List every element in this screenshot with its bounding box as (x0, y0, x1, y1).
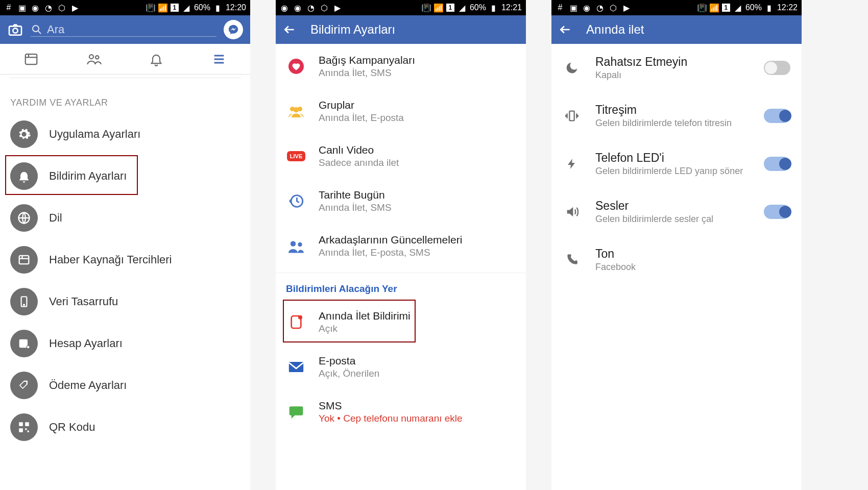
vibrate-toggle[interactable] (764, 109, 790, 123)
svg-point-21 (294, 107, 299, 113)
payment-settings-item[interactable]: Ödeme Ayarları (0, 364, 250, 406)
globe-icon (10, 204, 38, 232)
mail-icon (286, 357, 306, 377)
tag-icon (10, 372, 38, 399)
phone-handset-icon (563, 253, 581, 266)
camera-icon[interactable] (7, 21, 23, 38)
svg-point-5 (95, 56, 99, 59)
dnd-toggle[interactable] (764, 61, 790, 75)
language-item[interactable]: Dil (0, 197, 250, 239)
search-input[interactable]: Ara (31, 23, 216, 37)
menu-label: Uygulama Ayarları (49, 128, 140, 141)
vibrate-icon: 📳 (697, 3, 707, 12)
menu-label: Dil (49, 211, 62, 225)
vibrate-icon: 📳 (146, 3, 155, 12)
sim-indicator: 1 (446, 4, 454, 12)
svg-point-4 (89, 55, 93, 59)
tone-item[interactable]: Ton Facebook (551, 236, 802, 284)
set-title: Bağış Kampanyaları (319, 54, 415, 66)
svg-rect-3 (26, 54, 37, 64)
highlight-box (283, 300, 416, 342)
account-settings-item[interactable]: Hesap Ayarları (0, 323, 250, 364)
menu-label: Hesap Ayarları (49, 337, 123, 350)
set-title: Arkadaşlarının Güncellemeleri (319, 234, 462, 246)
led-toggle[interactable] (764, 157, 790, 171)
friends-updates-item[interactable]: Arkadaşlarının Güncellemeleri Anında İle… (276, 224, 526, 268)
battery-icon: ▮ (765, 3, 774, 12)
on-this-day-item[interactable]: Tarihte Bugün Anında İlet, SMS (276, 179, 526, 224)
vibrate-icon: 📳 (422, 3, 431, 12)
pie-icon: ◔ (44, 3, 53, 12)
battery-text: 60% (470, 3, 486, 12)
battery-icon: ▮ (489, 3, 498, 12)
gear-icon (10, 120, 38, 148)
friends-icon (286, 236, 306, 256)
groups-item[interactable]: Gruplar Anında İlet, E-posta (276, 89, 526, 134)
signal-icon: ◢ (457, 3, 467, 12)
email-item[interactable]: E-posta Açık, Önerilen (276, 345, 526, 389)
search-icon (31, 23, 43, 36)
tab-friends[interactable] (63, 52, 126, 67)
svg-rect-16 (25, 428, 27, 430)
settings-menu: Uygulama Ayarları Bildirim Ayarları Dil (0, 113, 250, 448)
back-button[interactable] (559, 23, 572, 36)
data-saver-item[interactable]: Veri Tasarrufu (0, 281, 250, 323)
menu-label: Haber Kaynağı Tercihleri (49, 253, 172, 266)
svg-rect-0 (9, 26, 21, 35)
phone-led-item[interactable]: Telefon LED'i Gelen bildirimlerde LED ya… (551, 140, 802, 188)
vibrate-item[interactable]: Titreşim Gelen bildirimlerde telefon tit… (551, 92, 802, 140)
set-title: Tarihte Bugün (319, 189, 392, 201)
sim-indicator: 1 (722, 4, 730, 12)
wifi-icon: 📶 (710, 3, 719, 12)
group-icon (286, 101, 306, 121)
set-sub: Anında İlet, SMS (319, 202, 392, 213)
push-sub: Gelen bildirimlerde sesler çal (595, 214, 764, 225)
set-sub: Sadece anında ilet (319, 157, 399, 168)
sounds-item[interactable]: Sesler Gelen bildirimlerde sesler çal (551, 188, 802, 236)
tab-feed[interactable] (0, 52, 63, 67)
qr-code-item[interactable]: QR Kodu (0, 406, 250, 448)
sync-icon: ◉ (31, 3, 40, 12)
notification-categories: Bağış Kampanyaları Anında İlet, SMS Grup… (276, 44, 526, 268)
play-icon: ▶ (333, 3, 342, 12)
vibrate-icon (563, 109, 581, 123)
wifi-icon: 📶 (434, 3, 443, 12)
header-title: Anında ilet (586, 22, 644, 37)
image-icon: ▣ (17, 3, 27, 12)
set-title: E-posta (319, 355, 379, 367)
set-sub: Anında İlet, E-posta, SMS (319, 247, 462, 258)
push-title: Rahatsız Etmeyin (595, 55, 764, 69)
status-bar: # ▣ ◉ ◔ ⬡ ▶ 📳 📶 1 ◢ 60% ▮ 12:22 (551, 0, 802, 15)
push-title: Ton (595, 247, 790, 261)
qr-icon (10, 413, 38, 441)
set-title: Gruplar (319, 99, 404, 111)
svg-rect-14 (25, 422, 29, 426)
tab-menu[interactable] (188, 52, 251, 67)
newsfeed-preferences-item[interactable]: Haber Kaynağı Tercihleri (0, 239, 250, 281)
tab-notifications[interactable] (125, 52, 188, 67)
live-video-item[interactable]: LIVE Canlı Video Sadece anında ilet (276, 134, 526, 179)
sms-item[interactable]: SMS Yok • Cep telefonu numaranı ekle (276, 389, 526, 434)
svg-rect-17 (28, 431, 29, 432)
messenger-button[interactable] (224, 20, 243, 39)
screen-2: ◉ ◉ ◔ ⬡ ▶ 📳 📶 1 ◢ 60% ▮ 12:21 Bildirim A… (276, 0, 526, 490)
notification-channels: Anında İlet Bildirimi Açık E-posta Açık,… (276, 300, 526, 434)
fb-toolbar: Ara (0, 15, 250, 44)
fb-toolbar: Anında ilet (551, 15, 802, 44)
wifi-icon: 📶 (158, 3, 167, 12)
sync-icon: ◉ (280, 3, 289, 12)
set-title: Canlı Video (319, 144, 399, 156)
signal-icon: ◢ (733, 3, 742, 12)
svg-rect-10 (19, 339, 28, 348)
do-not-disturb-item[interactable]: Rahatsız Etmeyin Kapalı (551, 44, 802, 92)
sounds-toggle[interactable] (764, 205, 790, 219)
speaker-icon (563, 205, 581, 219)
battery-icon: ▮ (213, 3, 223, 12)
header-title: Bildirim Ayarları (310, 22, 395, 37)
donation-campaigns-item[interactable]: Bağış Kampanyaları Anında İlet, SMS (276, 44, 526, 89)
svg-rect-15 (19, 428, 23, 432)
fb-toolbar: Bildirim Ayarları (276, 15, 526, 44)
app-settings-item[interactable]: Uygulama Ayarları (0, 113, 250, 155)
svg-point-24 (298, 242, 302, 247)
back-button[interactable] (283, 23, 296, 36)
